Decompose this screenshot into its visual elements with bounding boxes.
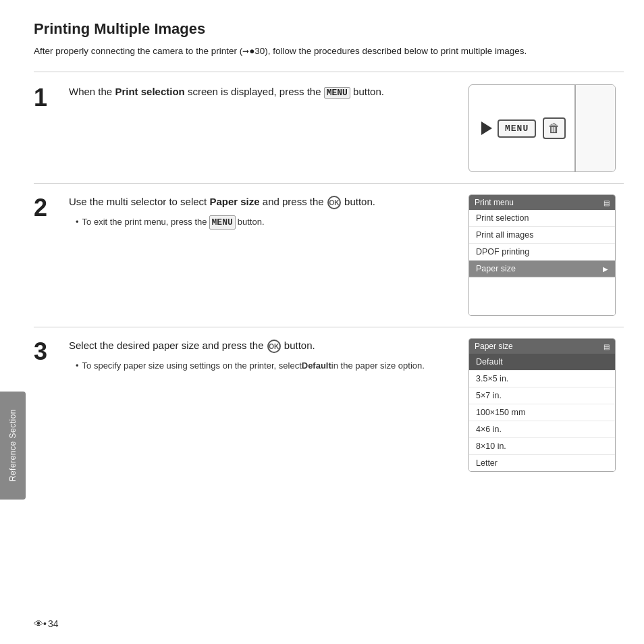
ok-circle-3: OK bbox=[267, 340, 281, 353]
paper-size-header: Paper size ▤ bbox=[469, 339, 615, 354]
step-3-number: 3 bbox=[34, 340, 62, 364]
paper-size-icon: ▤ bbox=[603, 343, 610, 350]
intro-text: After properly connecting the camera to … bbox=[34, 45, 624, 58]
footer: 👁• 34 bbox=[34, 618, 58, 629]
main-content: Printing Multiple Images After properly … bbox=[34, 14, 624, 644]
paper-size-illustration: Paper size ▤ Default 3.5×5 in. 5×7 in. 1… bbox=[468, 338, 616, 472]
binoculars-icon: 👁• bbox=[34, 618, 47, 629]
step-2-text: Use the multi selector to select Paper s… bbox=[69, 194, 458, 210]
step-2-row: 2 Use the multi selector to select Paper… bbox=[34, 194, 624, 327]
top-divider bbox=[34, 72, 624, 72]
print-menu-item-all: Print all images bbox=[469, 227, 615, 244]
step-1-bold: Print selection bbox=[115, 86, 184, 97]
step-2-image: Print menu ▤ Print selection Print all i… bbox=[468, 194, 624, 316]
print-menu-header: Print menu ▤ bbox=[469, 195, 615, 210]
print-menu-item-selection: Print selection bbox=[469, 210, 615, 227]
step-3-bold: Default bbox=[302, 359, 331, 373]
step-1-content: When the Print selection screen is displ… bbox=[69, 84, 468, 105]
ok-circle-2: OK bbox=[327, 196, 341, 209]
paper-size-100x150[interactable]: 100×150 mm bbox=[469, 404, 615, 421]
paper-size-4x6[interactable]: 4×6 in. bbox=[469, 421, 615, 438]
print-menu-item-paper[interactable]: Paper size bbox=[469, 261, 615, 277]
trash-button-illustration: 🗑 bbox=[543, 117, 566, 139]
print-menu-icon: ▤ bbox=[603, 199, 610, 207]
step-1-row: 1 When the Print selection screen is dis… bbox=[34, 84, 624, 184]
paper-size-default[interactable]: Default bbox=[469, 354, 615, 371]
menu-key-2: MENU bbox=[209, 215, 236, 230]
side-tab-label: Reference Section bbox=[8, 409, 18, 481]
print-menu-illustration: Print menu ▤ Print selection Print all i… bbox=[468, 194, 616, 316]
reference-section-tab: Reference Section bbox=[0, 392, 26, 500]
camera-body bbox=[574, 85, 615, 171]
paper-size-title: Paper size bbox=[475, 342, 513, 351]
print-menu-title: Print menu bbox=[475, 198, 514, 207]
print-menu-item-dpof: DPOF printing bbox=[469, 244, 615, 261]
step-1-text: When the Print selection screen is displ… bbox=[69, 84, 458, 100]
paper-size-letter[interactable]: Letter bbox=[469, 455, 615, 471]
step-3-content: Select the desired paper size and press … bbox=[69, 338, 468, 372]
step-3-bullet: To specify paper size using settings on … bbox=[76, 359, 458, 373]
page-title: Printing Multiple Images bbox=[34, 20, 624, 38]
paper-size-5x7[interactable]: 5×7 in. bbox=[469, 387, 615, 404]
print-menu-empty bbox=[469, 277, 615, 296]
print-menu-empty2 bbox=[469, 296, 615, 315]
step-2-bold: Paper size bbox=[209, 196, 259, 207]
footer-page-number: 34 bbox=[48, 618, 59, 629]
step-1-image: MENU 🗑 bbox=[468, 84, 624, 172]
step-1-number: 1 bbox=[34, 86, 62, 110]
step-3-image: Paper size ▤ Default 3.5×5 in. 5×7 in. 1… bbox=[468, 338, 624, 472]
step-2-bullet: To exit the print menu, press the MENU b… bbox=[76, 215, 458, 230]
menu-key-1: MENU bbox=[324, 87, 350, 99]
arrow-icon bbox=[481, 122, 492, 135]
menu-illustration: MENU 🗑 bbox=[468, 84, 616, 172]
step-2-number: 2 bbox=[34, 196, 62, 220]
step-3-row: 3 Select the desired paper size and pres… bbox=[34, 338, 624, 483]
step-2-content: Use the multi selector to select Paper s… bbox=[69, 194, 468, 230]
paper-size-8x10[interactable]: 8×10 in. bbox=[469, 438, 615, 455]
menu-button-illustration: MENU bbox=[498, 119, 536, 138]
paper-size-3x5[interactable]: 3.5×5 in. bbox=[469, 371, 615, 387]
step-3-text: Select the desired paper size and press … bbox=[69, 338, 458, 354]
